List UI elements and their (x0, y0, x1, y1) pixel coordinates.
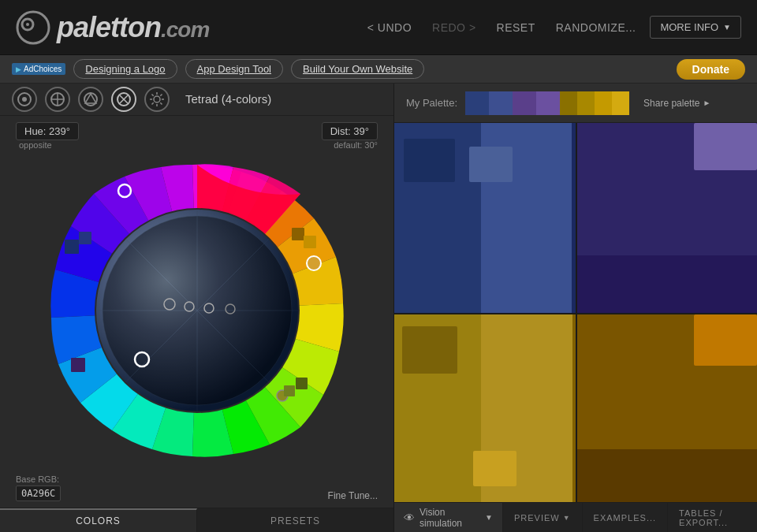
right-tabs: PREVIEW ▼ EXAMPLES... TABLES / EXPORT... (502, 503, 757, 532)
svg-point-4 (22, 97, 27, 102)
palette-swatch-1[interactable] (465, 91, 489, 115)
color-wheel-area[interactable] (0, 153, 393, 468)
palette-swatch-4[interactable] (536, 91, 560, 115)
svg-point-13 (154, 96, 160, 102)
hue-sublabel: opposite (16, 140, 52, 150)
ad-bar: AdChoices Designing a Logo App Design To… (0, 55, 757, 84)
quadrant-blue[interactable] (394, 123, 576, 313)
palette-label: My Palette: (406, 97, 457, 109)
app-design-tool-link[interactable]: App Design Tool (185, 59, 283, 79)
tab-presets[interactable]: PRESETS (197, 508, 393, 532)
hue-group: Hue: 239° opposite (16, 122, 79, 150)
palette-swatch-7[interactable] (595, 91, 612, 115)
palette-swatch-8[interactable] (612, 91, 629, 115)
svg-rect-32 (79, 232, 91, 244)
triad-icon[interactable] (78, 87, 103, 112)
tab-examples[interactable]: EXAMPLES... (582, 503, 667, 532)
reset-button[interactable]: RESET (490, 18, 542, 37)
fine-tune-button[interactable]: Fine Tune (328, 490, 378, 501)
svg-rect-31 (65, 240, 79, 254)
preview-label: PREVIEW (514, 513, 560, 523)
svg-point-24 (307, 256, 321, 270)
tab-tables[interactable]: TABLES / EXPORT... (667, 503, 757, 532)
logo-text: paletton.com (57, 11, 209, 44)
tetrad-icon[interactable] (111, 87, 136, 112)
quadrant-gold[interactable] (394, 313, 576, 503)
svg-rect-35 (304, 236, 316, 248)
tab-colors[interactable]: COLORS (0, 508, 197, 532)
wheel-container[interactable] (47, 161, 347, 460)
color-wheel-svg[interactable] (47, 161, 347, 460)
hue-input[interactable]: Hue: 239° (16, 122, 79, 140)
palette-colors (465, 91, 629, 115)
palette-swatch-6[interactable] (577, 91, 595, 115)
adjacent-icon[interactable] (45, 87, 70, 112)
quadrant-purple[interactable] (576, 123, 757, 313)
color-grid (394, 123, 757, 502)
scheme-label: Tetrad (4-colors) (185, 92, 271, 106)
preview-arrow: ▼ (563, 514, 571, 522)
right-bottom: 👁 Vision simulation ▼ PREVIEW ▼ EXAMPLES… (394, 502, 757, 532)
palette-swatch-5[interactable] (560, 91, 577, 115)
logo-domain: .com (161, 17, 209, 42)
designing-logo-link[interactable]: Designing a Logo (73, 59, 177, 79)
logo-name: paletton (57, 11, 161, 43)
hue-dist-controls: Hue: 239° opposite Dist: 39° default: 30… (0, 116, 393, 150)
controls-bar: Tetrad (4-colors) (0, 84, 393, 116)
svg-rect-34 (292, 228, 304, 240)
svg-rect-37 (284, 385, 295, 396)
base-rgb-value[interactable]: 0A296C (16, 485, 61, 501)
right-panel: My Palette: Share palette (394, 84, 757, 532)
dist-group: Dist: 39° default: 30° (322, 122, 378, 150)
dist-sublabel: default: 30° (330, 140, 378, 150)
randomize-button[interactable]: RANDOMIZE... (550, 18, 643, 37)
palette-bar: My Palette: Share palette (394, 84, 757, 123)
build-website-link[interactable]: Build Your Own Website (291, 59, 424, 79)
undo-button[interactable]: < UNDO (361, 18, 418, 37)
base-rgb-group: Base RGB: 0A296C (16, 474, 61, 501)
vision-sim-arrow: ▼ (485, 513, 493, 522)
logo-area: paletton.com (16, 10, 361, 45)
mono-icon[interactable] (12, 87, 37, 112)
share-palette-button[interactable]: Share palette (643, 98, 710, 109)
palette-swatch-3[interactable] (513, 91, 536, 115)
vision-sim-label: Vision simulation (420, 507, 480, 529)
header: paletton.com < UNDO REDO > RESET RANDOMI… (0, 0, 757, 55)
bottom-info: Base RGB: 0A296C Fine Tune (0, 468, 393, 508)
dist-input[interactable]: Dist: 39° (322, 122, 378, 140)
left-tabs: COLORS PRESETS (0, 508, 393, 532)
svg-point-2 (26, 23, 29, 26)
left-panel: Tetrad (4-colors) Hue: 239° opposite Dis… (0, 84, 394, 532)
palette-swatch-2[interactable] (489, 91, 513, 115)
settings-icon[interactable] (144, 87, 170, 112)
tab-preview[interactable]: PREVIEW ▼ (502, 503, 582, 532)
logo-icon (16, 10, 50, 45)
eye-icon: 👁 (404, 512, 415, 524)
quadrant-orange[interactable] (576, 313, 757, 503)
svg-rect-33 (71, 358, 85, 372)
donate-button[interactable]: Donate (677, 59, 745, 80)
nav-buttons: < UNDO REDO > RESET RANDOMIZE... MORE IN… (361, 16, 741, 39)
main: Tetrad (4-colors) Hue: 239° opposite Dis… (0, 84, 757, 532)
ad-choices-badge[interactable]: AdChoices (12, 63, 65, 75)
svg-rect-36 (296, 378, 308, 389)
more-info-button[interactable]: MORE INFO (650, 16, 741, 39)
base-rgb-label: Base RGB: (16, 474, 61, 484)
vision-simulation[interactable]: 👁 Vision simulation ▼ (394, 507, 502, 529)
redo-button[interactable]: REDO > (426, 18, 483, 37)
